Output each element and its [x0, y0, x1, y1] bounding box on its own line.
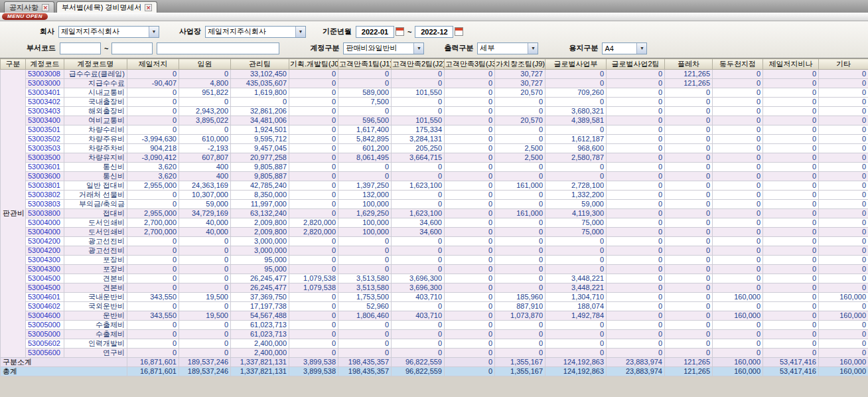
- value-cell: 124,192,863: [545, 358, 607, 367]
- value-cell: 121,265: [665, 79, 713, 88]
- value-cell: 2,009,800: [231, 218, 289, 228]
- table-row[interactable]: 53004200광고선전비003,000,00000000000000: [1, 237, 868, 246]
- table-row[interactable]: 53003000지급수수료-90,4074,800435,035,6070000…: [1, 79, 868, 88]
- value-cell: 0: [607, 293, 665, 302]
- tab-close-icon[interactable]: ✕: [145, 4, 152, 11]
- table-row[interactable]: 53003803부의금/축의금059,00011,997,0000100,000…: [1, 200, 868, 209]
- value-cell: 0: [338, 349, 392, 358]
- output-type-label: 출력구분: [444, 43, 473, 53]
- value-cell: 400: [179, 172, 231, 181]
- table-row[interactable]: 53003800접대비2,955,00034,729,16963,132,240…: [1, 209, 868, 218]
- value-cell: 0: [179, 265, 231, 274]
- dept-code-from-input[interactable]: [60, 42, 101, 54]
- value-cell: 0: [713, 302, 763, 311]
- value-cell: 887,910: [495, 302, 545, 311]
- value-cell: 96,822,559: [392, 367, 445, 376]
- calendar-icon[interactable]: [455, 27, 463, 36]
- period-to-field[interactable]: 2022-12: [415, 26, 453, 38]
- table-row[interactable]: 53004200광고선전비003,000,00000000000000: [1, 246, 868, 256]
- table-row[interactable]: 53003503차량주차비904,218-2,1939,457,0450601,…: [1, 144, 868, 153]
- value-cell: 1,079,538: [289, 274, 338, 283]
- expense-table: 구분계정코드계정코드명제일저지임원관리팀기획.개발팀(J0)고객만족1팀(J1)…: [0, 58, 868, 376]
- value-cell: 42,785,240: [231, 181, 289, 191]
- table-row[interactable]: 53005000수출제비0061,023,71300000000000: [1, 330, 868, 339]
- table-row[interactable]: 53003502차량주유비-3,994,630610,0009,595,7120…: [1, 135, 868, 144]
- table-row[interactable]: 53004601국내운반비343,55019,50037,369,75001,7…: [1, 293, 868, 302]
- table-row[interactable]: 53003501차량수리비001,924,50101,617,400175,33…: [1, 125, 868, 135]
- table-row[interactable]: 53004000도서인쇄비2,700,00040,0002,009,8002,8…: [1, 228, 868, 237]
- value-cell: 589,000: [338, 88, 392, 98]
- table-row[interactable]: 53003401시내교통비0951,8221,619,8000589,00010…: [1, 88, 868, 98]
- site-select[interactable]: 제일저지주식회사 ▼: [205, 26, 306, 38]
- table-row[interactable]: 53003500차량유지비-3,090,412607,80720,977,258…: [1, 153, 868, 163]
- value-cell: 124,192,863: [545, 367, 607, 376]
- value-cell: 0: [819, 200, 868, 209]
- column-header: 기타: [819, 59, 868, 70]
- calendar-icon[interactable]: [396, 27, 404, 36]
- table-row[interactable]: 53005602인력개발비002,400,00000000000000: [1, 339, 868, 349]
- value-cell: 0: [665, 88, 713, 98]
- account-code-cell: 53003503: [26, 144, 64, 153]
- value-cell: 160,000: [819, 311, 868, 321]
- account-code-cell: 53003000: [26, 79, 64, 88]
- chevron-down-icon: ▼: [295, 27, 305, 37]
- output-type-select[interactable]: 세부 ▼: [477, 42, 538, 54]
- value-cell: 0: [495, 228, 545, 237]
- value-cell: 0: [127, 256, 179, 265]
- value-cell: 0: [713, 218, 763, 228]
- table-row[interactable]: 53004602국외운반비0017,197,738052,96000887,91…: [1, 302, 868, 311]
- value-cell: 0: [445, 181, 495, 191]
- value-cell: 0: [607, 163, 665, 172]
- value-cell: 0: [392, 265, 445, 274]
- tab-expense-report[interactable]: 부서별(세목) 경비명세서 ✕: [56, 1, 157, 13]
- table-row[interactable]: 53005600연구비002,400,00000000000000: [1, 349, 868, 358]
- table-row[interactable]: 53003402국내출장비00007,500000000000: [1, 98, 868, 107]
- tab-close-icon[interactable]: ✕: [42, 4, 49, 11]
- table-row[interactable]: 53003400여비교통비03,895,02234,481,0060596,50…: [1, 116, 868, 125]
- table-row[interactable]: 53003403해외출장비02,943,20032,861,206000003,…: [1, 107, 868, 116]
- table-row[interactable]: 53003802거래처 선물비010,307,0008,350,0000132,…: [1, 191, 868, 200]
- value-cell: 100,000: [338, 228, 392, 237]
- table-row[interactable]: 53003601통신비3,6204009,805,88700000000000: [1, 163, 868, 172]
- table-row[interactable]: 53004300포장비0095,00000000000000: [1, 265, 868, 274]
- table-row[interactable]: 53005000수출제비0061,023,71300000000000: [1, 321, 868, 330]
- table-row[interactable]: 53004500견본비0026,245,4771,079,5383,513,58…: [1, 274, 868, 283]
- account-name-cell: 국외운반비: [64, 302, 127, 311]
- table-row[interactable]: 53003600통신비3,6204009,805,88700000000000: [1, 172, 868, 181]
- tab-notice[interactable]: 공지사항 ✕: [4, 1, 54, 13]
- paper-type-select[interactable]: A4 ▼: [602, 42, 647, 54]
- dept-name-input[interactable]: [157, 42, 279, 54]
- column-header: 글로벌사업2팀: [607, 59, 665, 70]
- account-type-select[interactable]: 판매비와일반비 ▼: [343, 42, 424, 54]
- table-row[interactable]: 53003801일반 접대비2,955,00024,363,16942,785,…: [1, 181, 868, 191]
- paper-type-label: 용지구분: [569, 43, 598, 53]
- value-cell: 0: [289, 181, 338, 191]
- account-code-cell: 53004500: [26, 274, 64, 283]
- period-from-field[interactable]: 2022-01: [356, 26, 394, 38]
- table-row[interactable]: 53004500견본비0026,245,4771,079,5383,513,58…: [1, 283, 868, 293]
- value-cell: 1,753,500: [338, 293, 392, 302]
- menu-open-button[interactable]: MENU OPEN: [2, 13, 48, 20]
- value-cell: 0: [179, 256, 231, 265]
- value-cell: 19,500: [179, 293, 231, 302]
- value-cell: 0: [545, 79, 607, 88]
- value-cell: 0: [392, 79, 445, 88]
- value-cell: 33,102,450: [231, 70, 289, 79]
- dept-code-to-input[interactable]: [111, 42, 153, 54]
- value-cell: 63,132,240: [231, 209, 289, 218]
- value-cell: 0: [289, 209, 338, 218]
- value-cell: 2,955,000: [127, 209, 179, 218]
- value-cell: 0: [127, 237, 179, 246]
- table-row[interactable]: 53004600운반비343,55019,50054,567,48801,806…: [1, 311, 868, 321]
- table-row[interactable]: 53004000도서인쇄비2,700,00040,0002,009,8002,8…: [1, 218, 868, 228]
- table-row[interactable]: 판관비53003008급수수료(클레임)0033,102,450000030,7…: [1, 70, 868, 79]
- value-cell: 3,284,131: [392, 135, 445, 144]
- company-select-value: 제일저지주식회사: [61, 27, 119, 37]
- chevron-down-icon: ▼: [528, 43, 538, 54]
- company-select[interactable]: 제일저지주식회사 ▼: [58, 26, 159, 38]
- value-cell: 1,612,187: [545, 135, 607, 144]
- table-row[interactable]: 53004300포장비0095,00000000000000: [1, 256, 868, 265]
- value-cell: 403,710: [392, 293, 445, 302]
- group-cell: 판관비: [1, 70, 26, 358]
- value-cell: 435,035,607: [231, 79, 289, 88]
